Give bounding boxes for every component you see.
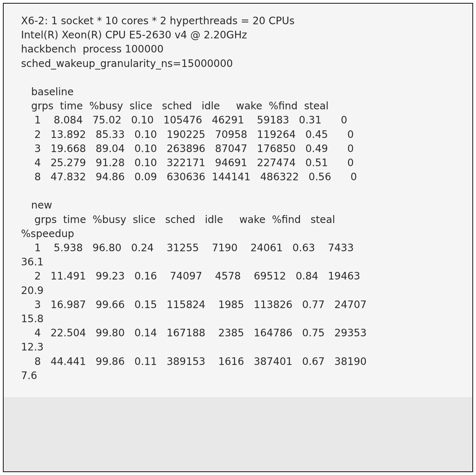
gap <box>21 71 455 85</box>
table-row-wrap: 20.9 <box>21 283 455 298</box>
new-title: new <box>31 198 455 212</box>
header-line-system: X6-2: 1 socket * 10 cores * 2 hyperthrea… <box>21 14 455 28</box>
table-row: 2 11.491 99.23 0.16 74097 4578 69512 0.8… <box>31 269 455 283</box>
table-row: 3 19.668 89.04 0.10 263896 87047 176850 … <box>31 142 455 156</box>
header-line-cpu: Intel(R) Xeon(R) CPU E5-2630 v4 @ 2.20GH… <box>21 28 455 42</box>
table-row-wrap: 15.8 <box>21 312 455 326</box>
table-row-wrap: 36.1 <box>21 255 455 269</box>
document-frame: X6-2: 1 socket * 10 cores * 2 hyperthrea… <box>3 3 473 472</box>
table-row: 1 5.938 96.80 0.24 31255 7190 24061 0.63… <box>31 241 455 255</box>
table-row: 4 25.279 91.28 0.10 322171 94691 227474 … <box>31 156 455 170</box>
document-panel: X6-2: 1 socket * 10 cores * 2 hyperthrea… <box>4 4 472 397</box>
table-row: 2 13.892 85.33 0.10 190225 70958 119264 … <box>31 127 455 142</box>
header-line-benchmark: hackbench process 100000 <box>21 42 455 56</box>
header-line-param: sched_wakeup_granularity_ns=15000000 <box>21 56 455 71</box>
baseline-section: baseline grps time %busy slice sched idl… <box>21 85 455 184</box>
table-row: 8 44.441 99.86 0.11 389153 1616 387401 0… <box>31 354 455 369</box>
new-columns-line2: %speedup <box>21 227 455 241</box>
table-row: 4 22.504 99.80 0.14 167188 2385 164786 0… <box>31 326 455 340</box>
new-section: new grps time %busy slice sched idle wak… <box>21 198 455 226</box>
table-row: 3 16.987 99.66 0.15 115824 1985 113826 0… <box>31 298 455 312</box>
baseline-title: baseline <box>31 85 455 99</box>
table-row: 1 8.084 75.02 0.10 105476 46291 59183 0.… <box>31 113 455 127</box>
table-row: 8 47.832 94.86 0.09 630636 144141 486322… <box>31 170 455 184</box>
new-columns-line1: grps time %busy slice sched idle wake %f… <box>31 213 455 227</box>
gap <box>21 184 455 198</box>
baseline-columns: grps time %busy slice sched idle wake %f… <box>31 99 455 113</box>
table-row-wrap: 12.3 <box>21 340 455 354</box>
table-row-wrap: 7.6 <box>21 369 455 383</box>
